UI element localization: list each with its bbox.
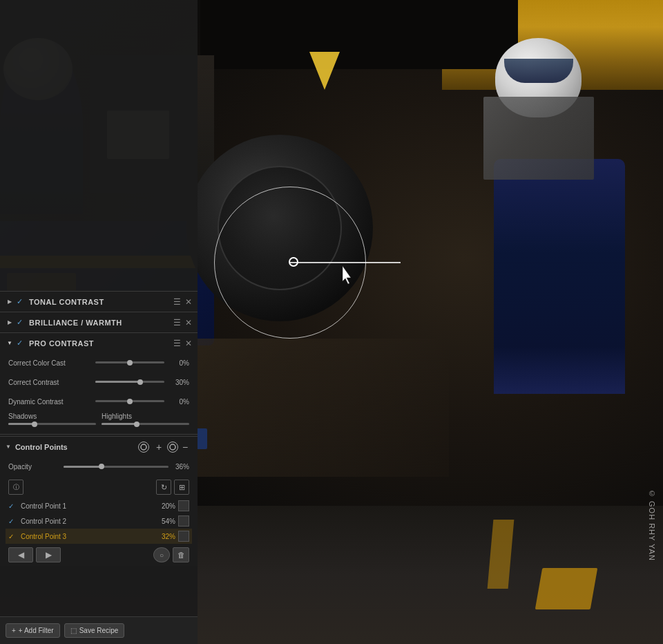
cp-1-value: 20% xyxy=(155,502,175,510)
cp-grid-icon[interactable]: ⊞ xyxy=(174,480,189,495)
cp-3-name: Control Point 3 xyxy=(21,533,155,540)
save-recipe-label: Save Recipe xyxy=(79,627,119,634)
check-pro-contrast[interactable]: ✓ xyxy=(17,339,26,348)
cp-circle-tool[interactable]: ○ xyxy=(153,547,170,562)
expand-pro-contrast[interactable]: ▼ xyxy=(6,339,14,348)
svg-point-1 xyxy=(170,444,175,450)
pro-contrast-close[interactable]: ✕ xyxy=(185,339,192,348)
shadows-slider[interactable] xyxy=(8,423,96,426)
opacity-row: Opacity 36% xyxy=(0,457,198,476)
add-filter-label: + Add Filter xyxy=(19,627,54,634)
add-filter-plus: + xyxy=(12,627,16,634)
shadows-item: Shadows xyxy=(8,413,96,426)
dynamic-contrast-label: Dynamic Contrast xyxy=(8,398,91,406)
filter-list: ▶ ✓ TONAL CONTRAST ☰ ✕ ▶ ✓ BRILLIANCE / … xyxy=(0,291,198,566)
expand-brilliance[interactable]: ▶ xyxy=(6,319,14,327)
panel-photo-area xyxy=(0,0,198,291)
check-brilliance[interactable]: ✓ xyxy=(17,318,26,328)
cp-2-check[interactable]: ✓ xyxy=(8,518,18,525)
correct-color-cast-slider[interactable] xyxy=(95,361,164,364)
filter-row-tonal-contrast[interactable]: ▶ ✓ TONAL CONTRAST ☰ ✕ xyxy=(0,291,198,312)
tonal-contrast-menu[interactable]: ☰ xyxy=(173,297,181,307)
cp-prev-btn[interactable]: ◀ xyxy=(8,547,33,562)
watermark: © GOH RHY YAN xyxy=(648,489,656,561)
cp-3-settings[interactable] xyxy=(178,531,189,542)
cp-nav-row: ◀ ▶ ○ 🗑 xyxy=(0,544,198,566)
add-control-point-circle[interactable] xyxy=(138,442,149,453)
correct-color-cast-row: Correct Color Cast 0% xyxy=(0,353,198,372)
cursor xyxy=(340,265,358,285)
save-recipe-button[interactable]: ⬚ Save Recipe xyxy=(64,623,125,638)
cp-1-name: Control Point 1 xyxy=(21,502,155,510)
cp-2-name: Control Point 2 xyxy=(21,518,155,525)
cp-delete-btn[interactable]: 🗑 xyxy=(173,547,189,562)
dynamic-contrast-row: Dynamic Contrast 0% xyxy=(0,392,198,411)
bottom-bar: + + Add Filter ⬚ Save Recipe xyxy=(0,616,198,644)
correct-contrast-value: 30% xyxy=(169,379,189,386)
divider-1 xyxy=(0,434,198,435)
cp-info-icon[interactable]: ⓘ xyxy=(8,480,23,495)
cp-item-3[interactable]: ✓ Control Point 3 32% xyxy=(6,529,192,544)
dynamic-contrast-thumb[interactable] xyxy=(127,399,133,404)
correct-contrast-slider[interactable] xyxy=(95,381,164,383)
brilliance-label: BRILLIANCE / WARMTH xyxy=(29,319,173,327)
remove-control-point-btn[interactable]: − xyxy=(178,440,192,454)
highlights-label: Highlights xyxy=(102,413,189,420)
shadows-thumb[interactable] xyxy=(32,422,37,427)
shadows-highlights-row: Shadows Highlights xyxy=(0,411,198,430)
add-control-point-btn[interactable]: + xyxy=(152,440,166,454)
expand-tonal-contrast[interactable]: ▶ xyxy=(6,298,14,306)
highlights-thumb[interactable] xyxy=(134,422,140,427)
panel: ▶ ✓ TONAL CONTRAST ☰ ✕ ▶ ✓ BRILLIANCE / … xyxy=(0,0,198,644)
control-dot-left[interactable] xyxy=(289,257,298,267)
check-tonal-contrast[interactable]: ✓ xyxy=(17,297,26,307)
correct-color-cast-value: 0% xyxy=(169,359,189,367)
correct-contrast-row: Correct Contrast 30% xyxy=(0,372,198,392)
expand-control-points[interactable]: ▼ xyxy=(6,444,11,450)
tonal-contrast-label: TONAL CONTRAST xyxy=(29,298,173,306)
cp-list: ✓ Control Point 1 20% ✓ Control Point 2 … xyxy=(0,498,198,544)
correct-contrast-label: Correct Contrast xyxy=(8,379,91,386)
correct-color-cast-thumb[interactable] xyxy=(127,360,133,366)
opacity-label: Opacity xyxy=(8,463,64,471)
remove-control-point-circle[interactable] xyxy=(167,442,178,453)
brilliance-close[interactable]: ✕ xyxy=(185,318,192,328)
cp-item-1[interactable]: ✓ Control Point 1 20% xyxy=(6,498,192,513)
cp-item-2[interactable]: ✓ Control Point 2 54% xyxy=(6,513,192,529)
filter-row-brilliance[interactable]: ▶ ✓ BRILLIANCE / WARMTH ☰ ✕ xyxy=(0,312,198,332)
opacity-value: 36% xyxy=(169,463,189,471)
highlights-item: Highlights xyxy=(102,413,189,426)
shadows-label: Shadows xyxy=(8,413,96,420)
cp-toolbar: ⓘ ↻ ⊞ xyxy=(0,476,198,498)
pro-contrast-content: Correct Color Cast 0% Correct Contrast xyxy=(0,353,198,433)
correct-contrast-thumb[interactable] xyxy=(137,379,143,385)
dynamic-contrast-slider[interactable] xyxy=(95,400,164,403)
cp-1-settings[interactable] xyxy=(178,500,189,511)
save-recipe-icon: ⬚ xyxy=(70,627,77,634)
cp-3-value: 32% xyxy=(155,533,175,540)
cp-1-check[interactable]: ✓ xyxy=(8,502,18,510)
pro-contrast-menu[interactable]: ☰ xyxy=(173,339,181,348)
correct-color-cast-label: Correct Color Cast xyxy=(8,359,91,367)
cp-2-settings[interactable] xyxy=(178,515,189,527)
add-filter-button[interactable]: + + Add Filter xyxy=(6,623,60,638)
cp-next-btn[interactable]: ▶ xyxy=(36,547,61,562)
opacity-thumb[interactable] xyxy=(99,464,104,469)
tonal-contrast-close[interactable]: ✕ xyxy=(185,297,192,307)
pro-contrast-label: PRO CONTRAST xyxy=(29,339,173,348)
cp-3-check[interactable]: ✓ xyxy=(8,533,18,540)
dynamic-contrast-value: 0% xyxy=(169,398,189,406)
filter-row-pro-contrast[interactable]: ▼ ✓ PRO CONTRAST ☰ ✕ xyxy=(0,332,198,353)
cp-2-value: 54% xyxy=(155,518,175,525)
brilliance-menu[interactable]: ☰ xyxy=(173,318,181,328)
cp-rotate-icon[interactable]: ↻ xyxy=(156,480,171,495)
control-points-header: ▼ Control Points + − xyxy=(0,436,198,457)
svg-point-0 xyxy=(141,444,146,450)
control-points-label: Control Points xyxy=(15,443,137,451)
highlights-slider[interactable] xyxy=(102,423,189,426)
control-line xyxy=(290,262,401,263)
opacity-slider[interactable] xyxy=(64,466,169,468)
